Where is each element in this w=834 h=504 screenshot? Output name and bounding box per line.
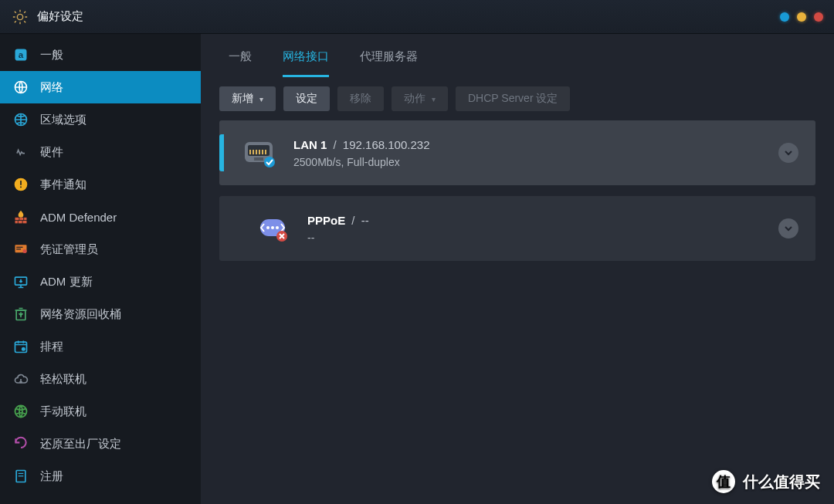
minimize-button[interactable] — [780, 12, 789, 22]
sidebar-item-8[interactable]: 网络资源回收桶 — [0, 298, 201, 330]
svg-point-38 — [271, 226, 274, 229]
expand-icon[interactable] — [778, 218, 798, 238]
sidebar-item-6[interactable]: 凭证管理员 — [0, 233, 201, 266]
region-icon — [12, 111, 29, 128]
interface-row[interactable]: PPPoE / -- -- — [219, 196, 815, 261]
svg-rect-7 — [20, 187, 22, 188]
remove-button[interactable]: 移除 — [337, 86, 384, 111]
svg-rect-30 — [256, 150, 257, 154]
sidebar-item-4[interactable]: 事件通知 — [0, 168, 201, 201]
window-title: 偏好设定 — [37, 9, 83, 24]
dhcp-button-label: DHCP Server 设定 — [468, 92, 558, 106]
firewall-icon — [12, 208, 29, 225]
svg-rect-34 — [254, 157, 263, 161]
expand-icon[interactable] — [778, 143, 798, 163]
sidebar-item-label: 网络资源回收桶 — [40, 307, 121, 322]
svg-rect-16 — [16, 249, 21, 249]
sidebar-item-label: 网络 — [40, 80, 63, 95]
gear-icon — [11, 8, 29, 26]
sidebar-item-label: 轻松联机 — [40, 372, 86, 387]
sidebar-item-3[interactable]: 硬件 — [0, 136, 201, 168]
svg-point-22 — [15, 406, 27, 418]
sidebar-item-label: 硬件 — [40, 145, 63, 160]
manual-connect-icon — [12, 403, 29, 420]
sidebar-item-label: 凭证管理员 — [40, 242, 98, 257]
svg-rect-15 — [16, 247, 22, 248]
svg-rect-9 — [19, 218, 23, 220]
svg-rect-10 — [24, 218, 26, 220]
alert-icon — [12, 176, 29, 193]
sidebar-item-label: 事件通知 — [40, 178, 86, 192]
svg-point-17 — [23, 249, 27, 253]
sidebar-item-2[interactable]: 区域选项 — [0, 103, 201, 136]
sidebar-item-9[interactable]: 排程 — [0, 330, 201, 363]
maximize-button[interactable] — [797, 12, 806, 22]
interface-address: -- — [361, 214, 369, 227]
tab-bar: 一般网络接口代理服务器 — [201, 34, 834, 77]
svg-rect-31 — [259, 150, 260, 154]
sidebar: a 一般 网络 区域选项 硬件 事件通知 ADM Defender 凭证管理员 … — [0, 34, 201, 504]
interface-info: LAN 1 / 192.168.100.232 2500Mb/s, Full-d… — [293, 138, 778, 168]
svg-point-21 — [22, 347, 25, 351]
tab-0[interactable]: 一般 — [229, 49, 252, 77]
sidebar-item-7[interactable]: ADM 更新 — [0, 266, 201, 298]
svg-point-37 — [266, 226, 270, 229]
svg-rect-29 — [253, 150, 254, 154]
factory-reset-icon — [12, 435, 29, 452]
dhcp-settings-button[interactable]: DHCP Server 设定 — [456, 86, 570, 111]
sidebar-item-label: 手动联机 — [40, 404, 86, 419]
svg-rect-6 — [20, 181, 22, 185]
svg-point-35 — [264, 157, 275, 167]
svg-rect-28 — [249, 150, 251, 154]
main-panel: 一般网络接口代理服务器 新增 ▾ 设定 移除 动作 ▾ DHCP Server … — [201, 34, 834, 504]
sidebar-item-0[interactable]: a 一般 — [0, 39, 201, 71]
tab-2[interactable]: 代理服务器 — [360, 49, 418, 77]
sidebar-item-5[interactable]: ADM Defender — [0, 201, 201, 233]
sidebar-item-label: 一般 — [40, 48, 63, 63]
sidebar-item-label: 还原至出厂设定 — [40, 437, 121, 452]
sidebar-item-label: 注册 — [40, 469, 63, 484]
interface-address: 192.168.100.232 — [343, 138, 430, 151]
update-icon — [12, 273, 29, 290]
preferences-window: 偏好设定 a 一般 网络 区域选项 硬件 事件通知 ADM Defender 凭… — [0, 0, 834, 504]
svg-rect-13 — [23, 221, 27, 223]
config-button-label: 设定 — [296, 92, 317, 106]
close-button[interactable] — [814, 12, 823, 22]
add-button-label: 新增 — [232, 92, 253, 106]
toolbar: 新增 ▾ 设定 移除 动作 ▾ DHCP Server 设定 — [201, 77, 834, 120]
interface-row[interactable]: LAN 1 / 192.168.100.232 2500Mb/s, Full-d… — [219, 120, 815, 185]
action-button-label: 动作 — [404, 92, 425, 106]
sidebar-item-label: ADM 更新 — [40, 275, 93, 289]
svg-rect-24 — [19, 473, 24, 474]
sidebar-item-label: 区域选项 — [40, 113, 86, 127]
chevron-down-icon: ▾ — [259, 95, 263, 103]
window-body: a 一般 网络 区域选项 硬件 事件通知 ADM Defender 凭证管理员 … — [0, 34, 834, 504]
sidebar-item-13[interactable]: 注册 — [0, 460, 201, 492]
sidebar-item-1[interactable]: 网络 — [0, 71, 201, 103]
add-button[interactable]: 新增 ▾ — [219, 86, 276, 111]
svg-rect-33 — [265, 150, 266, 154]
hardware-icon — [12, 144, 29, 161]
sidebar-item-label: ADM Defender — [40, 211, 117, 224]
sidebar-item-12[interactable]: 还原至出厂设定 — [0, 428, 201, 460]
tab-1[interactable]: 网络接口 — [283, 49, 329, 77]
network-icon — [12, 79, 29, 96]
sidebar-item-10[interactable]: 轻松联机 — [0, 363, 201, 395]
cloud-icon — [12, 370, 29, 387]
svg-point-0 — [17, 14, 22, 19]
sidebar-item-11[interactable]: 手动联机 — [0, 395, 201, 428]
sidebar-item-label: 排程 — [40, 340, 63, 354]
svg-rect-32 — [262, 150, 263, 154]
register-icon — [12, 468, 29, 485]
pppoe-icon — [238, 210, 307, 247]
remove-button-label: 移除 — [350, 92, 371, 106]
svg-rect-12 — [19, 221, 22, 223]
interface-info: PPPoE / -- -- — [307, 214, 778, 244]
recycle-icon — [12, 306, 29, 323]
interface-status: -- — [307, 232, 778, 244]
config-button[interactable]: 设定 — [283, 86, 330, 111]
svg-rect-25 — [19, 475, 24, 476]
action-button[interactable]: 动作 ▾ — [392, 86, 448, 111]
interface-list: LAN 1 / 192.168.100.232 2500Mb/s, Full-d… — [201, 120, 834, 279]
window-controls — [780, 12, 823, 22]
